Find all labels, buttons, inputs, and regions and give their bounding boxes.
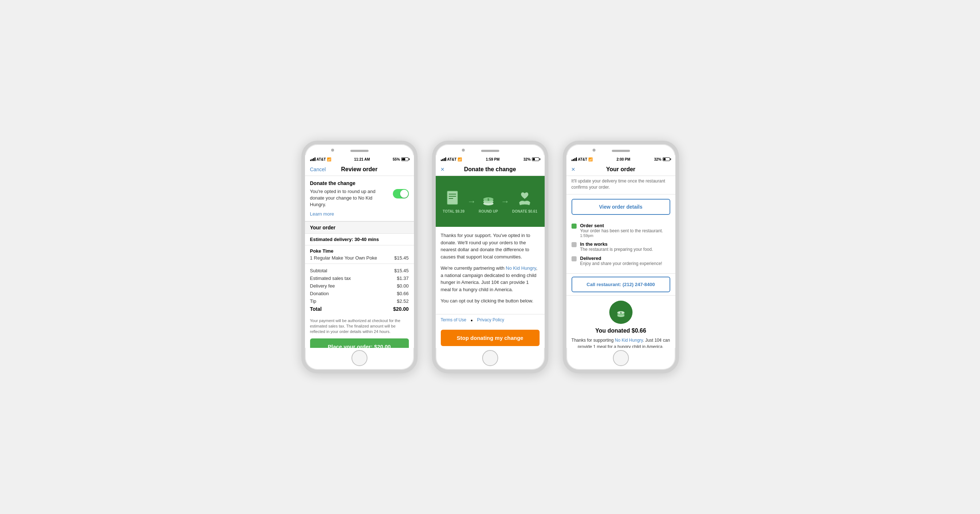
- tip-value: $2.52: [397, 299, 409, 304]
- arrow-icon-2: →: [501, 196, 509, 206]
- learn-more-link[interactable]: Learn more: [310, 211, 409, 217]
- phone-camera-3: [593, 148, 595, 152]
- no-kid-hungry-link-3[interactable]: No Kid Hungry: [615, 338, 643, 343]
- bullet-separator: •: [471, 317, 473, 324]
- total-row-donation: Donation $0.66: [310, 290, 409, 297]
- close-button-2[interactable]: ×: [441, 166, 445, 173]
- tax-label: Estimated sales tax: [310, 276, 351, 281]
- order-item-row: 1 Regular Make Your Own Poke $15.45: [305, 254, 414, 264]
- battery-pct-3: 32%: [654, 157, 661, 161]
- carrier-3: AT&T: [578, 157, 587, 161]
- signal-bars-3: [571, 157, 577, 161]
- coins-large-icon: $: [614, 306, 627, 319]
- time-3: 2:00 PM: [617, 157, 630, 161]
- terms-of-use-link[interactable]: Terms of Use: [441, 317, 466, 324]
- payment-note: Your payment will be authorized at check…: [305, 316, 414, 338]
- donated-desc: Thanks for supporting No Kid Hungry. Jus…: [571, 337, 670, 348]
- phone-home-2[interactable]: [482, 350, 498, 366]
- content-3: It'll update your delivery time once the…: [566, 176, 675, 348]
- privacy-policy-link[interactable]: Privacy Policy: [477, 317, 504, 324]
- order-item-price: $15.45: [395, 255, 409, 261]
- donate-para-3: You can opt out by clicking the button b…: [441, 297, 539, 305]
- status-bar-3: AT&T 📶 2:00 PM 32%: [566, 155, 675, 163]
- phone-speaker-3: [612, 150, 630, 152]
- nav-bar-3: × Your order: [566, 163, 675, 176]
- your-order-header: Your order: [305, 221, 414, 234]
- phones-container: AT&T 📶 11:21 AM 55% Cancel Review order …: [301, 140, 679, 374]
- view-order-button[interactable]: View order details: [571, 199, 670, 215]
- delivery-time: Estimated delivery: 30-40 mins: [305, 234, 414, 245]
- call-restaurant-button[interactable]: Call restaurant: (212) 247-8400: [571, 277, 670, 292]
- phone-top-1: [305, 144, 414, 156]
- donate-toggle[interactable]: [393, 189, 409, 198]
- time-2: 1:59 PM: [486, 157, 500, 161]
- coin-icon-large: $: [609, 301, 633, 324]
- battery-pct-1: 55%: [393, 157, 400, 161]
- phone-top-2: [436, 144, 545, 156]
- total-icon: TOTAL $9.39: [442, 190, 465, 213]
- svg-rect-0: [447, 191, 458, 204]
- no-kid-hungry-link[interactable]: No Kid Hungry: [506, 265, 536, 271]
- nav-title-1: Review order: [341, 166, 377, 173]
- total-row-tip: Tip $2.52: [310, 297, 409, 305]
- svg-text:$: $: [620, 311, 622, 314]
- order-sent-time: 1:59pm: [580, 233, 663, 238]
- tip-label: Tip: [310, 299, 317, 304]
- total-row-subtotal: Subtotal $15.45: [310, 267, 409, 275]
- status-right-1: 55%: [393, 157, 409, 161]
- total-label: TOTAL $9.39: [442, 209, 465, 213]
- wifi-icon-3: 📶: [588, 157, 593, 161]
- phone-top-3: [566, 144, 675, 156]
- status-section: Order sent Your order has been sent to t…: [566, 219, 675, 274]
- donate-hand-icon: DONATE $0.61: [512, 190, 537, 213]
- donation-label: Donation: [310, 291, 329, 296]
- delivery-value: $0.00: [397, 283, 409, 289]
- status-left-1: AT&T 📶: [310, 157, 331, 161]
- grand-total-label: Total: [310, 306, 322, 312]
- status-left-3: AT&T 📶: [571, 157, 593, 161]
- status-dot-inactive-2: [571, 256, 577, 261]
- svg-text:$: $: [487, 198, 489, 201]
- status-item-sent: Order sent Your order has been sent to t…: [571, 223, 670, 238]
- order-sent-desc: Your order has been sent to the restaura…: [580, 228, 663, 233]
- phone-speaker-1: [350, 150, 369, 152]
- cancel-button[interactable]: Cancel: [310, 166, 326, 172]
- status-dot-container-2: [571, 241, 577, 252]
- phone-home-3[interactable]: [613, 350, 629, 366]
- donate-change-desc: You're opted in to round up and donate y…: [310, 188, 393, 208]
- donate-banner: TOTAL $9.39 → $ ROUND UP →: [436, 176, 545, 227]
- delivered-title: Delivered: [580, 255, 662, 261]
- donate-change-section: Donate the change You're opted in to rou…: [305, 176, 414, 221]
- status-bar-1: AT&T 📶 11:21 AM 55%: [305, 155, 414, 163]
- roundup-icon: $ ROUND UP: [479, 190, 498, 213]
- in-works-title: In the works: [580, 241, 653, 247]
- donate-para-2: We're currently partnering with No Kid H…: [441, 265, 539, 293]
- total-row-delivery: Delivery fee $0.00: [310, 282, 409, 290]
- place-order-button[interactable]: Place your order: $20.00: [310, 338, 409, 348]
- battery-icon-1: [401, 157, 409, 161]
- screen-2: × Donate the change TOTAL $9.39 →: [436, 163, 545, 348]
- donate-para-1: Thanks for your support. You've opted in…: [441, 232, 539, 260]
- donated-amount: You donated $0.66: [595, 327, 646, 334]
- status-left-2: AT&T 📶: [441, 157, 462, 161]
- close-button-3[interactable]: ×: [571, 166, 576, 173]
- stop-donating-button[interactable]: Stop donating my change: [441, 330, 539, 346]
- screen-3: × Your order It'll update your delivery …: [566, 163, 675, 348]
- order-sent-title: Order sent: [580, 223, 663, 228]
- status-info-delivered: Delivered Enjoy and share your ordering …: [580, 255, 662, 266]
- coins-icon: $: [479, 190, 498, 208]
- content-2: Thanks for your support. You've opted in…: [436, 227, 545, 348]
- tax-value: $1.37: [397, 276, 409, 281]
- content-1: Donate the change You're opted in to rou…: [305, 176, 414, 348]
- receipt-icon: [444, 190, 463, 208]
- status-dot-container-3: [571, 255, 577, 266]
- toggle-knob: [400, 190, 408, 198]
- order-item-name: 1 Regular Make Your Own Poke: [310, 255, 377, 261]
- restaurant-name: Poke Time: [305, 245, 414, 254]
- status-info-sent: Order sent Your order has been sent to t…: [580, 223, 663, 238]
- status-info-works: In the works The restaurant is preparing…: [580, 241, 653, 252]
- status-right-2: 32%: [523, 157, 539, 161]
- screen-1: Cancel Review order Donate the change Yo…: [305, 163, 414, 348]
- donate-change-title: Donate the change: [310, 180, 409, 186]
- phone-home-1[interactable]: [352, 350, 368, 366]
